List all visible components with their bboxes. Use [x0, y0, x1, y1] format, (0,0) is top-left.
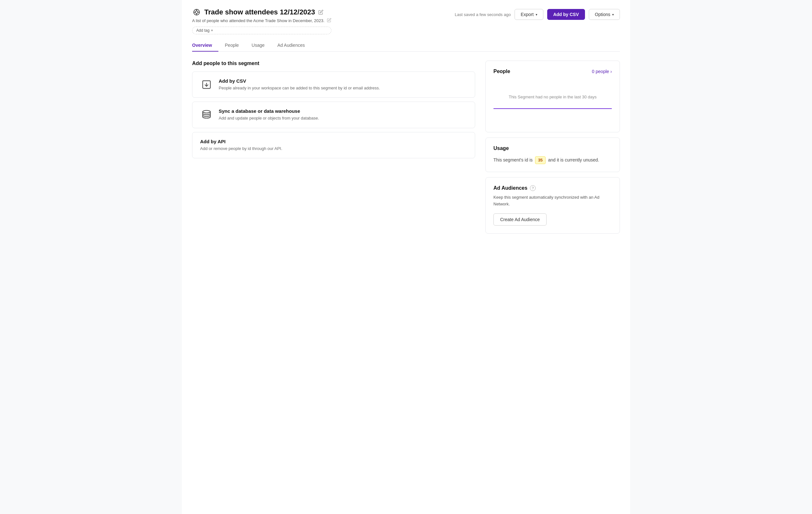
usage-text-after: and it is currently unused.: [548, 157, 600, 162]
add-by-api-content: Add by API Add or remove people by id th…: [200, 139, 282, 152]
add-by-csv-title: Add by CSV: [219, 78, 380, 84]
create-ad-audience-button[interactable]: Create Ad Audience: [493, 213, 547, 225]
tab-usage[interactable]: Usage: [245, 39, 271, 52]
people-empty-text: This Segment had no people in the last 3…: [509, 94, 597, 99]
export-label: Export: [521, 12, 533, 17]
page-container: Trade show attendees 12/12/2023 A list o…: [182, 0, 630, 514]
add-by-api-desc: Add or remove people by id through our A…: [200, 145, 282, 152]
tab-ad-audiences[interactable]: Ad Audiences: [271, 39, 311, 52]
sync-database-content: Sync a database or data warehouse Add an…: [219, 108, 319, 121]
title-edit-icon[interactable]: [318, 9, 323, 15]
title-row: Trade show attendees 12/12/2023: [192, 8, 331, 17]
options-chevron-icon: ▾: [612, 13, 614, 16]
page-title: Trade show attendees 12/12/2023: [204, 8, 315, 16]
ad-audiences-help-icon[interactable]: ?: [530, 185, 536, 191]
description-text: A list of people who attended the Acme T…: [192, 18, 324, 23]
add-tag-label: Add tag: [196, 28, 209, 33]
header: Trade show attendees 12/12/2023 A list o…: [192, 8, 620, 34]
tab-overview[interactable]: Overview: [192, 39, 219, 52]
ad-audiences-title: Ad Audiences: [493, 185, 527, 191]
people-card-header: People 0 people ›: [493, 69, 612, 74]
left-panel: Add people to this segment Add by CSV Pe…: [192, 60, 475, 239]
main-content: Add people to this segment Add by CSV Pe…: [192, 60, 620, 239]
ad-audiences-description: Keep this segment automatically synchron…: [493, 194, 612, 208]
usage-card-title: Usage: [493, 145, 509, 151]
svg-point-8: [203, 111, 210, 113]
add-tag-button[interactable]: Add tag +: [192, 27, 331, 34]
people-card: People 0 people › This Segment had no pe…: [485, 60, 620, 132]
ad-audiences-header: Ad Audiences ?: [493, 185, 612, 191]
add-by-api-card[interactable]: Add by API Add or remove people by id th…: [192, 132, 475, 159]
download-icon: [200, 78, 213, 91]
people-chart-area: This Segment had no people in the last 3…: [493, 79, 612, 124]
add-by-api-title: Add by API: [200, 139, 282, 144]
usage-text: This segment's id is 35 and it is curren…: [493, 156, 612, 164]
people-link-chevron: ›: [610, 69, 612, 74]
description-edit-icon[interactable]: [327, 18, 331, 23]
options-label: Options: [595, 12, 610, 17]
usage-id-badge: 35: [535, 156, 545, 164]
options-button[interactable]: Options ▾: [589, 9, 620, 20]
export-chevron-icon: ▾: [536, 13, 537, 16]
people-count-link[interactable]: 0 people ›: [592, 69, 612, 74]
usage-card: Usage This segment's id is 35 and it is …: [485, 137, 620, 172]
header-left: Trade show attendees 12/12/2023 A list o…: [192, 8, 331, 34]
svg-point-1: [195, 11, 198, 13]
add-by-csv-content: Add by CSV People already in your worksp…: [219, 78, 380, 91]
chart-line: [493, 108, 612, 109]
add-by-csv-button[interactable]: Add by CSV: [547, 9, 585, 20]
add-tag-plus-icon: +: [211, 28, 213, 33]
sync-database-title: Sync a database or data warehouse: [219, 108, 319, 114]
right-panel: People 0 people › This Segment had no pe…: [485, 60, 620, 239]
ad-audiences-card: Ad Audiences ? Keep this segment automat…: [485, 177, 620, 234]
section-heading: Add people to this segment: [192, 60, 475, 66]
tab-people[interactable]: People: [219, 39, 245, 52]
add-by-csv-desc: People already in your workspace can be …: [219, 85, 380, 91]
people-count-label: 0 people: [592, 69, 609, 74]
tabs: Overview People Usage Ad Audiences: [192, 39, 620, 52]
header-right: Last saved a few seconds ago Export ▾ Ad…: [455, 9, 620, 20]
description-row: A list of people who attended the Acme T…: [192, 18, 331, 23]
save-status: Last saved a few seconds ago: [455, 12, 511, 17]
usage-text-before: This segment's id is: [493, 157, 533, 162]
segment-icon: [192, 8, 201, 17]
usage-card-header: Usage: [493, 145, 612, 151]
sync-database-desc: Add and update people or objects from yo…: [219, 115, 319, 121]
sync-database-card[interactable]: Sync a database or data warehouse Add an…: [192, 102, 475, 128]
database-icon: [200, 108, 213, 121]
add-by-csv-label: Add by CSV: [553, 12, 579, 17]
add-by-csv-card[interactable]: Add by CSV People already in your worksp…: [192, 72, 475, 98]
people-card-title: People: [493, 69, 510, 74]
export-button[interactable]: Export ▾: [515, 9, 543, 20]
